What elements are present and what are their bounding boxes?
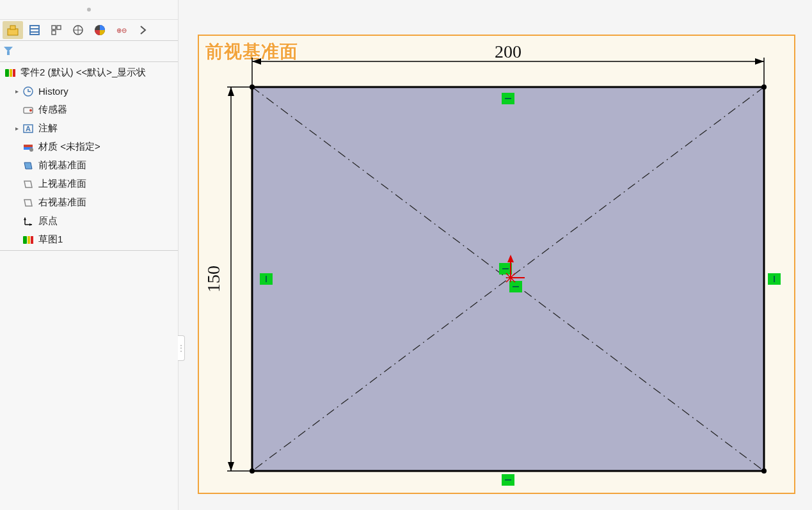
tree-item-label: 前视基准面	[38, 159, 86, 171]
tree-item[interactable]: 前视基准面	[0, 156, 178, 175]
expand-caret-icon[interactable]: ▸	[13, 125, 20, 132]
svg-rect-24	[24, 145, 33, 147]
expand-caret-icon[interactable]: ▸	[13, 88, 20, 95]
svg-rect-5	[52, 26, 56, 29]
tab-indicator-icon	[87, 8, 91, 12]
panel-collapse-handle[interactable]	[178, 335, 185, 361]
graphics-viewport[interactable]: 前视基准面 200	[179, 0, 812, 510]
tree-item[interactable]: 草图1	[0, 230, 178, 249]
svg-text:A: A	[26, 125, 31, 132]
panel-tab-header[interactable]	[0, 0, 178, 20]
display-manager-tab[interactable]	[90, 21, 110, 39]
material-icon	[22, 141, 35, 153]
dimxpert-manager-tab[interactable]	[68, 21, 88, 39]
dimension-width[interactable]: 200	[252, 42, 764, 87]
svg-rect-29	[23, 236, 27, 244]
tree-item[interactable]: ▸A注解	[0, 119, 178, 138]
svg-rect-7	[52, 31, 56, 35]
plane-front-icon	[22, 160, 35, 171]
configuration-manager-tab[interactable]	[46, 21, 67, 39]
sensor-icon	[22, 104, 35, 116]
part-icon	[4, 67, 17, 79]
dimension-height[interactable]: 150	[203, 87, 252, 471]
tree-separator	[0, 250, 178, 251]
tree-root-label: 零件2 (默认) <<默认>_显示状	[20, 67, 146, 79]
svg-rect-30	[28, 236, 30, 244]
plane-icon	[22, 179, 35, 190]
constraint-icon[interactable]	[768, 273, 781, 285]
svg-rect-17	[10, 69, 12, 77]
svg-point-21	[29, 109, 32, 111]
constraint-icon[interactable]	[502, 474, 514, 486]
toolbar-overflow-button[interactable]	[133, 21, 154, 39]
svg-rect-2	[30, 26, 39, 35]
svg-rect-31	[31, 236, 33, 244]
history-icon	[22, 86, 35, 97]
svg-text:150: 150	[203, 266, 223, 292]
tree-item-label: 原点	[38, 215, 58, 227]
tree-item[interactable]: 右视基准面	[0, 193, 178, 212]
tree-item-label: History	[38, 86, 68, 97]
svg-text:⊖: ⊖	[122, 27, 127, 34]
filter-icon	[4, 47, 13, 56]
plane-icon	[22, 197, 35, 209]
feature-tree-panel: ⊕⊖ 零件2 (默认) <<默认>_显示状 ▸History传感器▸A注解材质 …	[0, 0, 179, 510]
sketch-canvas[interactable]: 200 150	[199, 36, 794, 493]
svg-text:200: 200	[495, 42, 521, 61]
panel-toolbar: ⊕⊖	[0, 20, 178, 41]
tree-item-label: 草图1	[38, 234, 63, 246]
svg-rect-16	[5, 69, 9, 77]
tree-item-label: 注解	[38, 122, 58, 134]
tree-item-label: 材质 <未指定>	[38, 141, 100, 153]
constraint-icon[interactable]	[260, 273, 273, 285]
origin-icon	[22, 216, 35, 227]
sketch-plane-frame: 前视基准面 200	[198, 35, 795, 494]
svg-point-35	[761, 468, 767, 474]
cam-manager-tab[interactable]: ⊕⊖	[111, 21, 132, 39]
svg-rect-18	[13, 69, 15, 77]
svg-rect-6	[57, 26, 61, 29]
tree-item[interactable]: 上视基准面	[0, 175, 178, 193]
tree-item[interactable]: 原点	[0, 212, 178, 230]
chevron-right-icon	[138, 25, 148, 35]
tree-item[interactable]: 材质 <未指定>	[0, 138, 178, 156]
annotation-icon: A	[22, 123, 35, 134]
svg-text:⊕: ⊕	[116, 27, 122, 34]
property-manager-tab[interactable]	[24, 21, 45, 39]
tree-root[interactable]: 零件2 (默认) <<默认>_显示状	[0, 63, 178, 82]
feature-tree: 零件2 (默认) <<默认>_显示状 ▸History传感器▸A注解材质 <未指…	[0, 62, 178, 510]
sketch-icon	[22, 234, 35, 246]
tree-item[interactable]: 传感器	[0, 100, 178, 119]
svg-point-26	[29, 148, 33, 152]
tree-item-label: 上视基准面	[38, 178, 86, 190]
svg-rect-1	[10, 26, 15, 29]
constraint-icon[interactable]	[502, 93, 514, 104]
tree-item[interactable]: ▸History	[0, 82, 178, 100]
tree-item-label: 右视基准面	[38, 196, 86, 209]
tree-filter-row[interactable]	[0, 41, 178, 62]
feature-manager-tab[interactable]	[3, 21, 23, 39]
tree-item-label: 传感器	[38, 104, 67, 116]
constraint-icon[interactable]	[509, 281, 522, 292]
